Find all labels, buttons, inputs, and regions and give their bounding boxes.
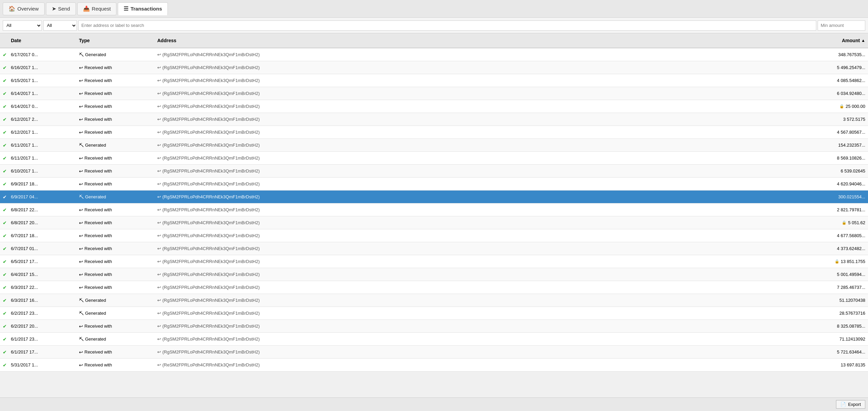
- address-text: (RgSM2FPRLoPdh4CRRnNEk3QmF1mBrDstH2): [162, 246, 260, 251]
- transaction-amount: 🔒 5 051.62: [777, 220, 865, 225]
- export-label: Export: [848, 402, 861, 407]
- type-filter-select[interactable]: All Generated Received with Sent to: [3, 20, 42, 31]
- amount-value: 8 569.10826...: [837, 155, 865, 161]
- type-icon: ↩: [79, 65, 83, 70]
- header-date[interactable]: Date: [11, 38, 79, 43]
- status-icon: ✔: [3, 272, 11, 277]
- address-text: (RgSM2FPRLoPdh4CRRnNEk3QmF1mBrDstH2): [162, 181, 260, 186]
- date-filter-select[interactable]: All Today This week This month: [43, 20, 77, 31]
- table-row[interactable]: ✔ 6/9/2017 04... ⛏ Generated ↩ (RgSM2FPR…: [0, 191, 868, 203]
- transaction-date: 6/5/2017 17...: [11, 259, 79, 264]
- transaction-amount: 4 567.80567...: [777, 130, 865, 135]
- transaction-amount: 4 677.56805...: [777, 233, 865, 238]
- table-row[interactable]: ✔ 6/11/2017 1... ⛏ Generated ↩ (RgSM2FPR…: [0, 139, 868, 152]
- table-row[interactable]: ✔ 6/4/2017 15... ↩ Received with ↩ (RgSM…: [0, 268, 868, 281]
- status-icon: ✔: [3, 78, 11, 83]
- table-row[interactable]: ✔ 6/1/2017 23... ⛏ Generated ↩ (RgSM2FPR…: [0, 333, 868, 346]
- table-body[interactable]: ✔ 6/17/2017 0... ⛏ Generated ↩ (RgSM2FPR…: [0, 48, 868, 397]
- table-row[interactable]: ✔ 6/14/2017 0... ↩ Received with ↩ (RgSM…: [0, 100, 868, 113]
- transaction-address: ↩ (RgSM2FPRLoPdh4CRRnNEk3QmF1mBrDstH2): [157, 52, 777, 57]
- table-row[interactable]: ✔ 6/12/2017 2... ↩ Received with ↩ (RgSM…: [0, 113, 868, 126]
- table-row[interactable]: ✔ 6/3/2017 22... ↩ Received with ↩ (RgSM…: [0, 281, 868, 294]
- table-row[interactable]: ✔ 6/9/2017 18... ↩ Received with ↩ (RgSM…: [0, 178, 868, 191]
- type-icon: ↩: [79, 155, 83, 161]
- transaction-date: 6/15/2017 1...: [11, 78, 79, 83]
- amount-value: 154.232357...: [838, 143, 865, 148]
- amount-value: 6 034.92480...: [837, 91, 865, 96]
- transaction-address: ↩ (RgSM2FPRLoPdh4CRRnNEk3QmF1mBrDstH2): [157, 336, 777, 342]
- type-label: Received with: [84, 155, 112, 161]
- transaction-address: ↩ (ReSM2FPRLoPdh4CRRnNEk3QmF1mBrDstH2): [157, 362, 777, 367]
- amount-value: 🔒 25 000.00: [839, 104, 865, 109]
- status-icon: ✔: [3, 259, 11, 264]
- address-icon: ↩: [157, 117, 161, 122]
- type-label: Received with: [84, 259, 112, 264]
- tab-request[interactable]: 📥 Request: [77, 2, 117, 15]
- transaction-date: 6/8/2017 20...: [11, 220, 79, 225]
- tab-overview[interactable]: 🏠 Overview: [3, 2, 45, 15]
- address-icon: ↩: [157, 246, 161, 251]
- type-icon: ↩: [79, 220, 83, 226]
- table-row[interactable]: ✔ 6/14/2017 1... ↩ Received with ↩ (RgSM…: [0, 87, 868, 100]
- transaction-amount: 5 001.49594...: [777, 272, 865, 277]
- table-row[interactable]: ✔ 6/3/2017 16... ⛏ Generated ↩ (RgSM2FPR…: [0, 294, 868, 307]
- address-icon: ↩: [157, 233, 161, 238]
- transaction-type: ↩ Received with: [79, 207, 157, 213]
- address-text: (RgSM2FPRLoPdh4CRRnNEk3QmF1mBrDstH2): [162, 336, 260, 342]
- address-text: (RgSM2FPRLoPdh4CRRnNEk3QmF1mBrDstH2): [162, 285, 260, 290]
- type-icon: ⛏: [79, 311, 84, 316]
- amount-value: 2 821.79781...: [837, 207, 865, 212]
- search-input[interactable]: [78, 20, 816, 31]
- type-icon: ↩: [79, 117, 83, 122]
- status-icon: ✔: [3, 246, 11, 251]
- transaction-address: ↩ (RgSM2FPRLoPdh4CRRnNEk3QmF1mBrDstH2): [157, 65, 777, 70]
- transaction-address: ↩ (RgSM2FPRLoPdh4CRRnNEk3QmF1mBrDstH2): [157, 104, 777, 109]
- transaction-address: ↩ (RgSM2FPRLoPdh4CRRnNEk3QmF1mBrDstH2): [157, 194, 777, 199]
- status-icon: ✔: [3, 362, 11, 368]
- table-row[interactable]: ✔ 6/5/2017 17... ↩ Received with ↩ (RgSM…: [0, 255, 868, 268]
- transaction-type: ↩ Received with: [79, 259, 157, 264]
- table-row[interactable]: ✔ 6/2/2017 20... ↩ Received with ↩ (RgSM…: [0, 320, 868, 333]
- tab-overview-label: Overview: [17, 6, 39, 12]
- table-row[interactable]: ✔ 6/11/2017 1... ↩ Received with ↩ (RgSM…: [0, 152, 868, 165]
- table-row[interactable]: ✔ 6/17/2017 0... ⛏ Generated ↩ (RgSM2FPR…: [0, 48, 868, 61]
- transaction-type: ↩ Received with: [79, 168, 157, 174]
- min-amount-input[interactable]: [818, 20, 865, 31]
- type-icon: ↩: [79, 207, 83, 213]
- transaction-type: ↩ Received with: [79, 220, 157, 226]
- lock-icon: 🔒: [839, 104, 844, 109]
- table-row[interactable]: ✔ 6/16/2017 1... ↩ Received with ↩ (RgSM…: [0, 61, 868, 74]
- address-icon: ↩: [157, 104, 161, 109]
- lock-icon: 🔒: [835, 259, 839, 264]
- table-row[interactable]: ✔ 6/8/2017 20... ↩ Received with ↩ (RgSM…: [0, 216, 868, 229]
- header-type[interactable]: Type: [79, 38, 157, 43]
- type-label: Received with: [84, 181, 112, 186]
- table-row[interactable]: ✔ 6/7/2017 18... ↩ Received with ↩ (RgSM…: [0, 229, 868, 242]
- table-row[interactable]: ✔ 6/2/2017 23... ⛏ Generated ↩ (RgSM2FPR…: [0, 307, 868, 320]
- transaction-type: ↩ Received with: [79, 362, 157, 368]
- transaction-amount: 5 721.63464...: [777, 349, 865, 355]
- table-row[interactable]: ✔ 5/31/2017 1... ↩ Received with ↩ (ReSM…: [0, 359, 868, 372]
- transaction-address: ↩ (RgSM2FPRLoPdh4CRRnNEk3QmF1mBrDstH2): [157, 155, 777, 161]
- address-text: (ReSM2FPRLoPdh4CRRnNEk3QmF1mBrDstH2): [162, 362, 260, 367]
- transaction-date: 6/17/2017 0...: [11, 52, 79, 57]
- export-button[interactable]: 📄 Export: [836, 400, 865, 409]
- table-row[interactable]: ✔ 6/8/2017 22... ↩ Received with ↩ (RgSM…: [0, 203, 868, 216]
- amount-value: 7 285.46737...: [837, 285, 865, 290]
- transaction-type: ↩ Received with: [79, 285, 157, 290]
- tab-send[interactable]: ➤ Send: [46, 2, 76, 15]
- table-row[interactable]: ✔ 6/12/2017 1... ↩ Received with ↩ (RgSM…: [0, 126, 868, 139]
- table-row[interactable]: ✔ 6/10/2017 1... ↩ Received with ↩ (RgSM…: [0, 165, 868, 178]
- address-icon: ↩: [157, 336, 161, 342]
- header-amount[interactable]: Amount ▲: [777, 38, 865, 43]
- header-address[interactable]: Address: [157, 38, 777, 43]
- table-row[interactable]: ✔ 6/7/2017 01... ↩ Received with ↩ (RgSM…: [0, 242, 868, 255]
- transaction-address: ↩ (RgSM2FPRLoPdh4CRRnNEk3QmF1mBrDstH2): [157, 78, 777, 83]
- table-row[interactable]: ✔ 6/1/2017 17... ↩ Received with ↩ (RgSM…: [0, 346, 868, 359]
- address-text: (RgSM2FPRLoPdh4CRRnNEk3QmF1mBrDstH2): [162, 130, 260, 135]
- amount-label: Amount: [842, 38, 860, 43]
- type-label: Received with: [84, 104, 112, 109]
- tab-transactions[interactable]: ☰ Transactions: [118, 2, 168, 15]
- transaction-address: ↩ (RgSM2FPRLoPdh4CRRnNEk3QmF1mBrDstH2): [157, 246, 777, 251]
- table-row[interactable]: ✔ 6/15/2017 1... ↩ Received with ↩ (RgSM…: [0, 74, 868, 87]
